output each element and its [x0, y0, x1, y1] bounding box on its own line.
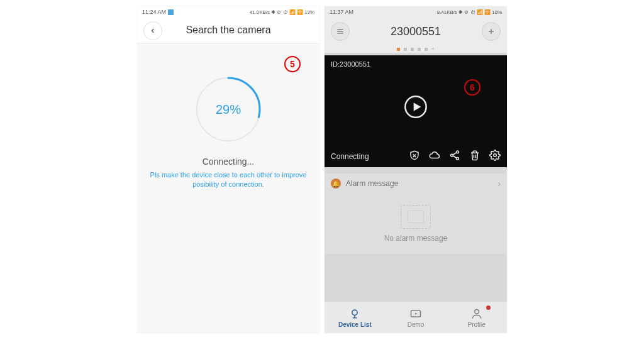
svg-point-19	[352, 310, 357, 315]
status-battery: 13%	[304, 9, 314, 15]
page-dot[interactable]	[397, 48, 400, 51]
status-net: 8.41KB/s	[437, 9, 457, 15]
page-dot[interactable]	[425, 48, 428, 51]
add-device-button[interactable]	[482, 22, 501, 41]
share-button[interactable]	[449, 150, 460, 163]
page-title: Search the camera	[186, 25, 270, 36]
defense-button[interactable]	[409, 150, 420, 163]
status-app-indicator	[168, 9, 174, 15]
status-time: 11:24 AM	[142, 9, 174, 15]
svg-line-14	[453, 153, 457, 155]
tab-profile[interactable]: Profile	[446, 302, 507, 333]
camera-id-label: ID:23000551	[331, 60, 370, 68]
page-dot[interactable]	[404, 48, 407, 51]
delete-button[interactable]	[469, 150, 480, 163]
share-icon	[449, 150, 460, 161]
annotation-circle-5: 5	[284, 56, 301, 72]
svg-line-15	[453, 156, 457, 158]
video-icon	[409, 307, 422, 320]
status-net: 41.0KB/s	[250, 9, 270, 15]
svg-point-18	[494, 154, 497, 157]
connecting-label: Connecting...	[137, 157, 319, 167]
alarm-card[interactable]: 🔔 Alarm message › No alarm message	[325, 173, 507, 254]
alarm-empty-state: No alarm message	[325, 194, 507, 254]
status-right: 8.41KB/s ✱ ⊘ ⏱ 📶 🛜 10%	[437, 9, 502, 15]
tab-demo[interactable]: Demo	[386, 302, 447, 333]
annotation-circle-6: 6	[464, 79, 480, 96]
tab-label: Profile	[468, 321, 486, 328]
tab-label: Device List	[338, 321, 372, 328]
screen-search-camera: 11:24 AM 41.0KB/s ✱ ⊘ ⏱ 📶 🛜 13% Search t…	[137, 6, 319, 333]
alarm-card-header[interactable]: 🔔 Alarm message ›	[325, 173, 507, 194]
header: Search the camera	[137, 18, 319, 43]
status-bar: 11:24 AM 41.0KB/s ✱ ⊘ ⏱ 📶 🛜 13%	[137, 6, 319, 18]
back-button[interactable]	[143, 21, 162, 40]
status-icons: ✱ ⊘ ⏱ 📶 🛜	[458, 9, 491, 15]
notification-dot-icon	[486, 305, 491, 310]
page-dot[interactable]	[411, 48, 414, 51]
gear-icon	[489, 150, 501, 161]
play-icon	[403, 94, 428, 119]
status-bar: 11:37 AM 8.41KB/s ✱ ⊘ ⏱ 📶 🛜 10%	[325, 6, 507, 18]
camera-tile[interactable]: ID:23000551 6 Connecting	[325, 55, 507, 167]
alarm-empty-text: No alarm message	[384, 234, 448, 243]
status-battery: 10%	[492, 9, 502, 15]
device-id-title: 23000551	[391, 25, 441, 38]
profile-icon	[470, 307, 483, 320]
camera-status: Connecting	[331, 152, 409, 161]
menu-button[interactable]	[331, 22, 350, 41]
menu-icon	[336, 27, 345, 36]
cloud-button[interactable]	[429, 150, 440, 163]
alarm-title: Alarm message	[346, 179, 398, 188]
chevron-left-icon	[149, 27, 157, 35]
trash-icon	[469, 150, 480, 161]
page-dot[interactable]	[418, 48, 421, 51]
page-indicator: +	[325, 45, 507, 53]
progress-ring: 29%	[194, 75, 263, 144]
body: 5 29% Connecting... Pls make the device …	[137, 43, 319, 333]
camera-icon	[348, 307, 361, 320]
shield-x-icon	[409, 150, 420, 161]
tab-label: Demo	[408, 321, 425, 328]
camera-tile-footer: Connecting	[325, 150, 507, 163]
cloud-icon	[429, 150, 440, 161]
play-button[interactable]	[403, 94, 428, 119]
status-right: 41.0KB/s ✱ ⊘ ⏱ 📶 🛜 13%	[250, 9, 314, 15]
page-dot-add[interactable]: +	[431, 46, 435, 52]
chevron-right-icon: ›	[497, 179, 501, 189]
plus-icon	[487, 27, 496, 36]
svg-marker-8	[414, 102, 421, 111]
screen-device-list: 11:37 AM 8.41KB/s ✱ ⊘ ⏱ 📶 🛜 10% 23000551…	[325, 6, 507, 333]
svg-marker-21	[415, 312, 417, 314]
empty-image-icon	[401, 205, 431, 229]
tab-bar: Device List Demo Profile	[325, 301, 507, 333]
header: 23000551	[325, 18, 507, 45]
tab-device-list[interactable]: Device List	[325, 302, 386, 333]
status-icons: ✱ ⊘ ⏱ 📶 🛜	[271, 9, 303, 15]
settings-button[interactable]	[489, 150, 501, 163]
bell-icon: 🔔	[331, 179, 341, 189]
connecting-hint: Pls make the device close to each other …	[137, 170, 319, 190]
svg-point-22	[474, 309, 479, 314]
status-time: 11:37 AM	[330, 9, 353, 15]
